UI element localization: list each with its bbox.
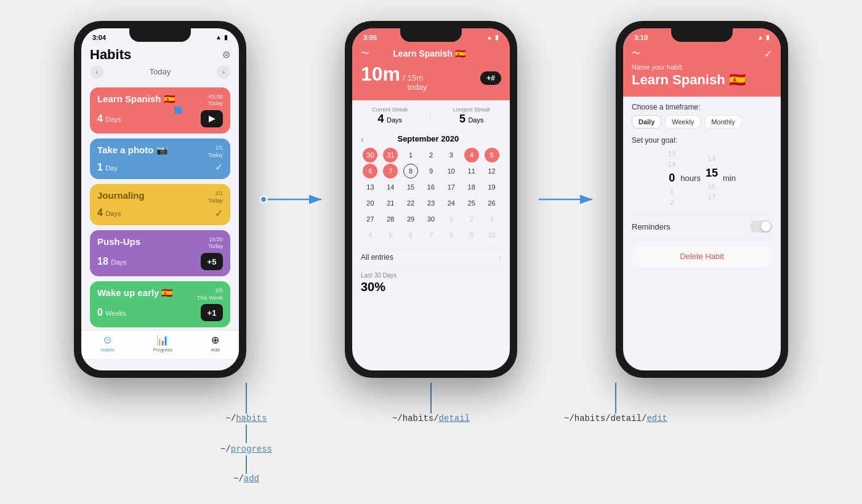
date-label: Today	[150, 67, 171, 76]
cal-day-8[interactable]: 7	[383, 164, 398, 178]
cal-day-3[interactable]: 2	[424, 148, 438, 162]
phone-1: 3:04 ▲ ▮ Habits ⊜ ‹ Today ›	[74, 21, 246, 378]
cal-day-15[interactable]: 14	[383, 180, 398, 194]
current-streak: Current Streak 4 Days	[372, 106, 408, 126]
cal-day-35[interactable]: 4	[363, 228, 377, 242]
cal-day-32[interactable]: 1	[444, 212, 459, 226]
cal-day-23[interactable]: 22	[403, 196, 418, 210]
delete-habit-btn[interactable]: Delete Habit	[632, 246, 772, 267]
cal-day-20[interactable]: 19	[485, 180, 499, 194]
cal-day-6[interactable]: 5	[485, 148, 499, 162]
cal-day-28[interactable]: 27	[363, 212, 377, 226]
cal-day-39[interactable]: 8	[444, 228, 459, 242]
all-entries-label: All entries	[361, 253, 393, 262]
cal-month: September 2020	[397, 134, 459, 143]
battery-icon-2: ▮	[495, 34, 499, 41]
cal-day-40[interactable]: 9	[464, 228, 479, 242]
label-group-1: ~/habits ~/progress ~/add	[160, 383, 332, 484]
cal-day-10[interactable]: 9	[424, 164, 438, 178]
detail-time-area: 10m / 15m today +#	[361, 63, 501, 92]
habit-card-top-2: Take a photo 📷 1/1Today	[97, 145, 223, 159]
cal-day-18[interactable]: 17	[444, 180, 459, 194]
cal-day-5[interactable]: 4	[464, 148, 479, 162]
cal-day-14[interactable]: 13	[363, 180, 377, 194]
tab-progress[interactable]: 📊 Progress	[153, 334, 172, 353]
cal-day-7[interactable]: 6	[363, 164, 377, 178]
edit-header: 〜 ✓ Name your habit: Learn Spanish 🇪🇸	[623, 44, 781, 97]
cal-day-38[interactable]: 7	[424, 228, 438, 242]
cal-day-13[interactable]: 12	[485, 164, 499, 178]
cal-day-41[interactable]: 10	[485, 228, 499, 242]
cal-day-16[interactable]: 15	[403, 180, 418, 194]
cal-day-34[interactable]: 3	[485, 212, 499, 226]
cal-day-37[interactable]: 6	[403, 228, 418, 242]
cal-day-26[interactable]: 25	[464, 196, 479, 210]
cal-day-4[interactable]: 3	[444, 148, 459, 162]
minutes-item-17: 17	[708, 193, 715, 202]
timeframe-daily-btn[interactable]: Daily	[632, 115, 661, 129]
habit-card-learn-spanish[interactable]: Learn Spanish 🇪🇸 -05:00Today 4 Days ▶	[90, 87, 230, 134]
tab-add-icon: ⊕	[211, 334, 219, 346]
habit-card-wakeup[interactable]: Wake up early 🇪🇸 2/5This Week 0 Weeks +1	[90, 281, 230, 327]
goal-picker: 13 14 0 1 2 hours 14 15 16 17 min	[632, 150, 772, 208]
habit-badge-1: -05:00Today	[207, 94, 223, 108]
play-btn-1[interactable]: ▶	[201, 110, 223, 127]
detail-time-separator: /	[403, 73, 405, 82]
habit-card-journaling[interactable]: Journaling 1/1Today 4 Days ✓	[90, 184, 230, 225]
cal-day-33[interactable]: 2	[464, 212, 479, 226]
cal-day-25[interactable]: 24	[444, 196, 459, 210]
check-icon-2: ✓	[215, 161, 223, 173]
plus5-btn[interactable]: +5	[201, 253, 223, 270]
plus-hash-btn[interactable]: +#	[480, 71, 501, 85]
date-next-btn[interactable]: ›	[217, 65, 230, 79]
hours-item-1: 1	[670, 187, 674, 196]
cal-day-19[interactable]: 18	[464, 180, 479, 194]
cal-prev-btn[interactable]: ‹	[361, 134, 364, 144]
tab-add[interactable]: ⊕ Add	[211, 334, 220, 353]
cal-day-31[interactable]: 30	[424, 212, 438, 226]
plus1-btn[interactable]: +1	[201, 304, 223, 321]
blue-dot-1	[260, 196, 267, 203]
habits-list: Learn Spanish 🇪🇸 -05:00Today 4 Days ▶	[81, 85, 239, 330]
cal-day-21[interactable]: 20	[363, 196, 377, 210]
cal-day-1[interactable]: 31	[383, 148, 398, 162]
cal-day-30[interactable]: 29	[403, 212, 418, 226]
habit-card-take-photo[interactable]: Take a photo 📷 1/1Today 1 Day ✓	[90, 138, 230, 179]
status-icons-3: ▲ ▮	[757, 34, 770, 41]
cal-day-0[interactable]: 30	[363, 148, 377, 162]
hours-picker-col: 13 14 0 1 2	[668, 150, 675, 208]
timeframe-weekly-btn[interactable]: Weekly	[665, 115, 701, 129]
phone-1-screen: 3:04 ▲ ▮ Habits ⊜ ‹ Today ›	[81, 28, 239, 370]
cal-day-2[interactable]: 1	[403, 148, 418, 162]
all-entries-row[interactable]: All entries ›	[352, 247, 510, 266]
cal-day-27[interactable]: 26	[485, 196, 499, 210]
edit-back-btn[interactable]: 〜	[632, 48, 640, 59]
detail-header: 〜 Learn Spanish 🇪🇸 10m / 15m today +#	[352, 44, 510, 100]
cal-nav: ‹ September 2020	[361, 134, 501, 144]
cal-day-17[interactable]: 16	[424, 180, 438, 194]
cal-day-12[interactable]: 11	[464, 164, 479, 178]
habit-card-pushups[interactable]: Push-Ups 15/20Today 18 Days +5	[90, 230, 230, 276]
cal-day-9[interactable]: 8	[403, 164, 418, 178]
cal-day-36[interactable]: 5	[383, 228, 398, 242]
cal-day-29[interactable]: 28	[383, 212, 398, 226]
blue-dot-habit	[174, 106, 182, 114]
cal-day-24[interactable]: 23	[424, 196, 438, 210]
tab-habits[interactable]: ⊙ Habits	[100, 334, 115, 353]
cal-day-11[interactable]: 10	[444, 164, 459, 178]
habits-header: Habits ⊜ ‹ Today ›	[81, 44, 239, 85]
arrow-2-3	[536, 190, 597, 209]
edit-check-btn[interactable]: ✓	[764, 48, 772, 60]
edit-name-value[interactable]: Learn Spanish 🇪🇸	[632, 72, 772, 88]
streak-divider	[430, 109, 430, 123]
date-prev-btn[interactable]: ‹	[90, 65, 103, 79]
detail-back-btn[interactable]: 〜	[361, 48, 369, 59]
habit-card-bottom-3: 4 Days ✓	[97, 207, 223, 219]
last30-value: 30%	[361, 280, 501, 294]
settings-icon[interactable]: ⊜	[222, 49, 230, 60]
timeframe-monthly-btn[interactable]: Monthly	[704, 115, 742, 129]
cal-day-22[interactable]: 21	[383, 196, 398, 210]
habit-card-bottom-5: 0 Weeks +1	[97, 304, 223, 321]
habit-badge-4: 15/20Today	[208, 236, 223, 250]
reminders-toggle[interactable]	[750, 220, 772, 233]
